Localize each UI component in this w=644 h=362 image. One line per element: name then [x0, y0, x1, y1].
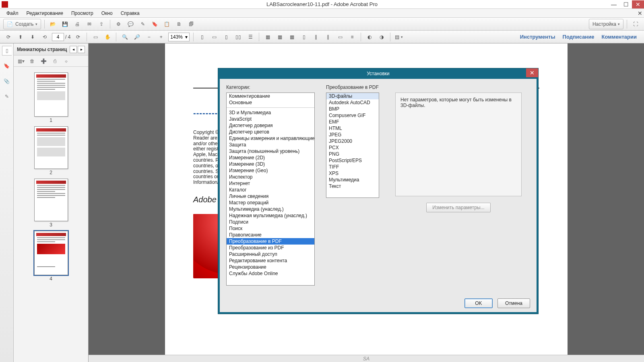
category-item[interactable]: Поиск: [227, 225, 314, 232]
format-item[interactable]: Autodesk AutoCAD: [326, 99, 379, 106]
page-thumbnail-selected[interactable]: [34, 231, 68, 275]
zoom-in-marquee-button[interactable]: 🔎: [132, 32, 142, 42]
thumb-delete-icon[interactable]: 🗑: [28, 57, 36, 65]
zoom-select[interactable]: 143% ▾: [168, 33, 190, 41]
format-item[interactable]: Текст: [326, 183, 379, 189]
category-item[interactable]: Личные сведения: [227, 193, 314, 200]
dialog-titlebar[interactable]: Установки ✕: [218, 68, 538, 79]
category-item[interactable]: Редактирование контента: [227, 257, 314, 264]
format-item[interactable]: PCX: [326, 144, 379, 151]
format-item[interactable]: EMF: [326, 119, 379, 125]
tab-comments[interactable]: Комментарии: [601, 34, 637, 40]
layout-4-button[interactable]: ▯: [299, 32, 309, 42]
category-item[interactable]: Надежная мультимедиа (унаслед.): [227, 212, 314, 219]
layout-1-button[interactable]: ▦: [262, 32, 273, 42]
share-button[interactable]: ⇪: [96, 19, 107, 29]
thumb-extract-icon[interactable]: ⎙: [51, 57, 59, 65]
menu-edit[interactable]: Редактирование: [23, 10, 67, 17]
document-close-icon[interactable]: ✕: [638, 10, 642, 16]
format-item[interactable]: Мультимедиа: [326, 177, 379, 183]
menu-window[interactable]: Окно: [97, 10, 117, 17]
category-item[interactable]: Службы Adobe Online: [227, 270, 314, 277]
view-mode-4-button[interactable]: ▯▯: [233, 32, 244, 42]
layout-5-button[interactable]: ∥: [311, 32, 321, 42]
category-item[interactable]: JavaScript: [227, 116, 314, 122]
category-item[interactable]: Комментирование: [227, 93, 314, 99]
signatures-tab-icon[interactable]: ✎: [2, 92, 12, 101]
layout-6-button[interactable]: ∥: [323, 32, 333, 42]
format-item[interactable]: 3D-файлы: [326, 93, 379, 99]
category-item[interactable]: Интернет: [227, 180, 314, 187]
thumb-next-button[interactable]: ▸: [78, 46, 85, 53]
first-page-button[interactable]: ⟳: [3, 32, 14, 42]
layout-2-button[interactable]: ▦: [275, 32, 285, 42]
layout-7-button[interactable]: ▭: [335, 32, 345, 42]
next-page-button[interactable]: ⬇: [27, 32, 38, 42]
category-item[interactable]: Измерение (3D): [227, 161, 314, 167]
format-item[interactable]: HTML: [326, 125, 379, 132]
extra-3-button[interactable]: ▤▾: [394, 32, 404, 42]
category-item[interactable]: Защита (повышенный уровень): [227, 148, 314, 154]
format-item[interactable]: PostScript/EPS: [326, 157, 379, 164]
page-thumbnail[interactable]: [34, 126, 68, 169]
tool-7-button[interactable]: 🗐: [186, 19, 196, 29]
attachments-tab-icon[interactable]: 📎: [2, 76, 12, 86]
category-item[interactable]: Мультимедиа (унаслед.): [227, 206, 314, 212]
ok-button[interactable]: OK: [464, 298, 493, 308]
layout-3-button[interactable]: ▦: [287, 32, 297, 42]
tool-4-button[interactable]: 🔖: [150, 19, 160, 29]
format-item[interactable]: JPEG: [326, 132, 379, 138]
maximize-button[interactable]: ☐: [620, 0, 632, 8]
view-mode-2-button[interactable]: ▭: [209, 32, 219, 42]
tab-sign[interactable]: Подписание: [563, 34, 594, 40]
menu-help[interactable]: Справка: [117, 10, 144, 17]
category-item[interactable]: Рецензирование: [227, 264, 314, 270]
category-item[interactable]: Правописание: [227, 232, 314, 238]
menu-file[interactable]: Файл: [2, 10, 23, 17]
select-tool-button[interactable]: ▭: [90, 32, 101, 42]
category-item[interactable]: Подписи: [227, 219, 314, 225]
change-parameters-button[interactable]: Изменить параметры...: [426, 203, 490, 212]
print-button[interactable]: 🖨: [72, 19, 83, 29]
category-item[interactable]: Единицы измерения и направляющие: [227, 135, 314, 142]
menu-view[interactable]: Просмотр: [67, 10, 97, 17]
format-item[interactable]: PNG: [326, 151, 379, 157]
zoom-out-marquee-button[interactable]: 🔍: [120, 32, 130, 42]
page-number-input[interactable]: [52, 33, 64, 41]
open-button[interactable]: 📂: [48, 19, 58, 29]
category-item[interactable]: Преобразование в PDF: [227, 238, 314, 245]
format-item[interactable]: XPS: [326, 170, 379, 177]
tool-3-button[interactable]: ✎: [138, 19, 148, 29]
category-item[interactable]: Защита: [227, 142, 314, 148]
minimize-button[interactable]: —: [608, 0, 620, 8]
dialog-close-button[interactable]: ✕: [526, 68, 538, 77]
tool-1-button[interactable]: ⚙: [114, 19, 124, 29]
categories-list[interactable]: КомментированиеОсновные3D и МультимедиаJ…: [226, 93, 315, 286]
view-mode-3-button[interactable]: ▯: [221, 32, 231, 42]
view-mode-1-button[interactable]: ▯: [197, 32, 207, 42]
thumb-prev-button[interactable]: ◂: [70, 46, 77, 53]
category-item[interactable]: Мастер операций: [227, 200, 314, 206]
tab-tools[interactable]: Инструменты: [520, 34, 555, 40]
category-item[interactable]: Основные: [227, 99, 314, 106]
hand-tool-button[interactable]: ✋: [102, 32, 113, 42]
thumb-replace-icon[interactable]: ⟐: [62, 57, 70, 65]
cancel-button[interactable]: Отмена: [497, 298, 530, 308]
bookmarks-tab-icon[interactable]: 🔖: [2, 61, 12, 71]
zoom-in-button[interactable]: +: [156, 32, 166, 42]
category-item[interactable]: Каталог: [227, 187, 314, 193]
formats-list[interactable]: 3D-файлыAutodesk AutoCADBMPCompuserve GI…: [326, 93, 379, 198]
category-item[interactable]: Расширенный доступ: [227, 251, 314, 257]
fullscreen-button[interactable]: ⛶: [630, 19, 641, 29]
zoom-out-button[interactable]: −: [144, 32, 154, 42]
layout-8-button[interactable]: ≡: [347, 32, 357, 42]
thumb-insert-icon[interactable]: ➕: [39, 57, 47, 65]
window-close-button[interactable]: ✕: [632, 0, 644, 8]
category-item[interactable]: Диспетчер доверия: [227, 122, 314, 129]
page-thumbnail[interactable]: [34, 179, 68, 221]
thumbnails-tab-icon[interactable]: ▯: [2, 46, 12, 56]
category-item[interactable]: Измерение (2D): [227, 154, 314, 161]
format-item[interactable]: Compuserve GIF: [326, 112, 379, 119]
page-nav-button[interactable]: ⟲: [39, 32, 50, 42]
extra-2-button[interactable]: ◑: [376, 32, 387, 42]
